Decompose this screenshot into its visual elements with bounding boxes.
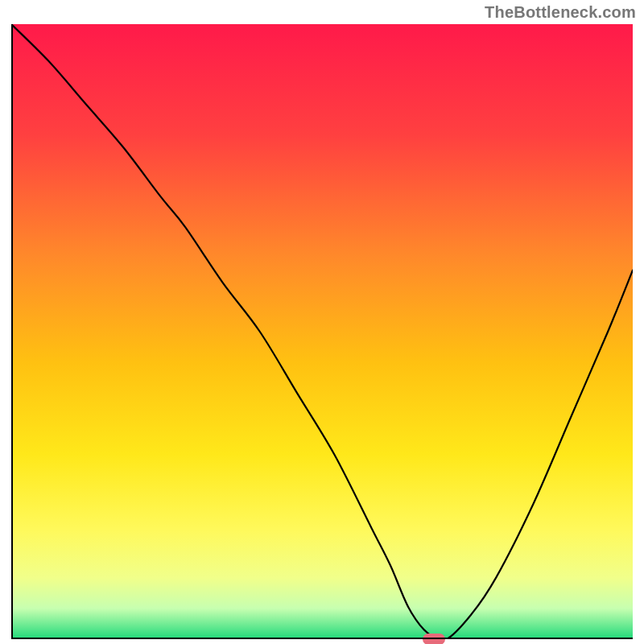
attribution-label: TheBottleneck.com [485, 3, 636, 22]
chart-area [11, 24, 633, 639]
y-axis [11, 24, 13, 639]
bottleneck-curve [11, 24, 633, 639]
x-axis [11, 638, 633, 639]
